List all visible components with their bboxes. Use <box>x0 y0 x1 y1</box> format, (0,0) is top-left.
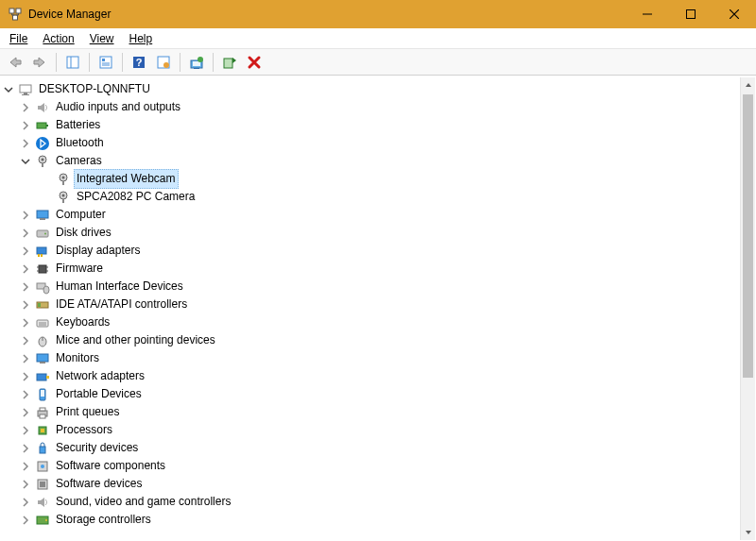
tree-root[interactable]: DESKTOP-LQNNFTU <box>4 80 756 98</box>
tree-item-integrated-webcam[interactable]: Integrated Webcam <box>4 170 756 188</box>
expander-icon[interactable] <box>4 85 17 94</box>
expander-icon[interactable] <box>21 157 34 166</box>
sound-icon <box>34 495 51 510</box>
back-button[interactable] <box>4 52 26 73</box>
node-label: Audio inputs and outputs <box>53 98 183 116</box>
monitor-icon <box>34 351 51 366</box>
expander-icon[interactable] <box>21 318 34 328</box>
tree-item-storage[interactable]: Storage controllers <box>4 511 756 529</box>
svg-rect-50 <box>38 303 41 307</box>
camera-icon <box>55 172 72 187</box>
scan-hardware-button[interactable] <box>218 52 241 73</box>
svg-rect-71 <box>40 482 45 487</box>
expander-icon[interactable] <box>21 139 34 148</box>
tree-item-keyboards[interactable]: Keyboards <box>4 313 756 331</box>
expander-icon[interactable] <box>21 462 34 471</box>
tree-item-ide[interactable]: IDE ATA/ATAPI controllers <box>4 296 756 313</box>
tree-item-network[interactable]: Network adapters <box>4 367 756 385</box>
svg-point-25 <box>36 137 49 150</box>
expander-icon[interactable] <box>21 408 34 417</box>
expander-icon[interactable] <box>21 264 34 274</box>
node-label: Sound, video and game controllers <box>53 493 233 511</box>
tree-item-display[interactable]: Display adapters <box>4 242 756 260</box>
node-label: Batteries <box>53 116 103 134</box>
expander-icon[interactable] <box>21 336 34 346</box>
tree-item-software-devices[interactable]: Software devices <box>4 475 756 493</box>
minimize-button[interactable] <box>626 0 669 28</box>
tree-item-portable[interactable]: Portable Devices <box>4 385 756 403</box>
tree-item-batteries[interactable]: Batteries <box>4 116 756 134</box>
tree-item-diskdrives[interactable]: Disk drives <box>4 224 756 242</box>
forward-button[interactable] <box>28 52 51 73</box>
action-button[interactable] <box>152 52 175 73</box>
camera-icon <box>55 190 72 205</box>
svg-rect-19 <box>224 59 232 68</box>
chip-icon <box>34 262 51 277</box>
scroll-down-button[interactable] <box>741 525 755 540</box>
expander-icon[interactable] <box>21 228 34 238</box>
tree-item-audio[interactable]: Audio inputs and outputs <box>4 98 756 116</box>
tree-item-monitors[interactable]: Monitors <box>4 349 756 367</box>
tree-root-label: DESKTOP-LQNNFTU <box>36 80 153 98</box>
svg-rect-2 <box>13 15 18 20</box>
svg-rect-67 <box>40 447 45 453</box>
uninstall-button[interactable] <box>243 52 266 73</box>
hid-icon <box>34 279 51 295</box>
expander-icon[interactable] <box>21 282 34 292</box>
device-tree[interactable]: DESKTOP-LQNNFTU Audio inputs and outputs… <box>0 76 756 533</box>
menu-file[interactable]: File <box>2 30 35 47</box>
tree-item-security[interactable]: Security devices <box>4 439 756 457</box>
tree-item-mice[interactable]: Mice and other pointing devices <box>4 331 756 349</box>
properties-button[interactable] <box>94 52 117 73</box>
tree-item-printqueues[interactable]: Print queues <box>4 403 756 421</box>
expander-icon[interactable] <box>21 300 34 310</box>
tree-item-sound[interactable]: Sound, video and game controllers <box>4 493 756 511</box>
svg-rect-8 <box>102 59 105 61</box>
expander-icon[interactable] <box>21 390 34 399</box>
node-label: Integrated Webcam <box>74 169 179 189</box>
node-label: IDE ATA/ATAPI controllers <box>53 296 190 313</box>
svg-rect-59 <box>46 376 49 379</box>
expander-icon[interactable] <box>21 516 34 525</box>
keyboard-icon <box>34 315 51 330</box>
expander-icon[interactable] <box>21 444 34 453</box>
menu-action[interactable]: Action <box>35 30 81 47</box>
security-icon <box>34 441 51 456</box>
expander-icon[interactable] <box>21 498 34 507</box>
menu-view[interactable]: View <box>82 30 122 47</box>
display-adapter-icon <box>34 244 51 259</box>
expander-icon[interactable] <box>21 372 34 381</box>
tree-item-processors[interactable]: Processors <box>4 421 756 439</box>
svg-rect-31 <box>62 181 64 185</box>
svg-point-30 <box>62 176 65 178</box>
show-hide-tree-button[interactable] <box>61 52 84 73</box>
svg-rect-36 <box>40 218 45 220</box>
svg-rect-5 <box>67 57 78 68</box>
expander-icon[interactable] <box>21 103 34 112</box>
tree-item-cameras[interactable]: Cameras <box>4 152 756 170</box>
expander-icon[interactable] <box>21 211 34 220</box>
expander-icon[interactable] <box>21 354 34 363</box>
tree-item-software-components[interactable]: Software components <box>4 457 756 475</box>
toolbar-separator <box>89 53 90 72</box>
scroll-up-button[interactable] <box>741 77 755 93</box>
update-driver-button[interactable] <box>185 52 208 73</box>
expander-icon[interactable] <box>21 426 34 435</box>
node-label: Monitors <box>53 349 102 367</box>
tree-item-bluetooth[interactable]: Bluetooth <box>4 134 756 152</box>
expander-icon[interactable] <box>21 480 34 489</box>
tree-item-hid[interactable]: Human Interface Devices <box>4 278 756 296</box>
tree-item-spca-camera[interactable]: SPCA2082 PC Camera <box>4 188 756 206</box>
help-button[interactable]: ? <box>128 52 150 73</box>
vertical-scrollbar[interactable] <box>740 77 755 540</box>
scrollbar-thumb[interactable] <box>743 94 753 378</box>
expander-icon[interactable] <box>21 246 34 256</box>
menu-help[interactable]: Help <box>122 30 161 47</box>
printer-icon <box>34 405 51 420</box>
close-button[interactable] <box>713 0 756 28</box>
maximize-button[interactable] <box>669 0 713 28</box>
node-label: Storage controllers <box>53 511 154 529</box>
tree-item-firmware[interactable]: Firmware <box>4 260 756 278</box>
tree-item-computer[interactable]: Computer <box>4 206 756 224</box>
expander-icon[interactable] <box>21 121 34 130</box>
